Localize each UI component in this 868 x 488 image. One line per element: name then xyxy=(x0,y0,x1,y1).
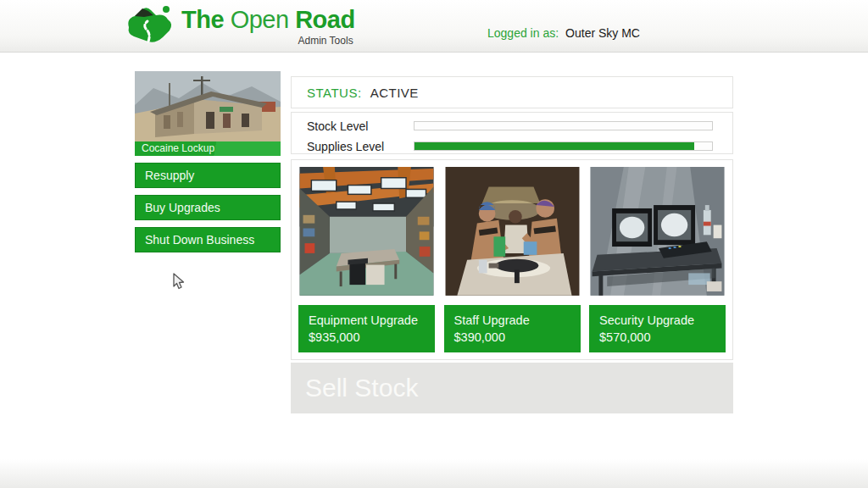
staff-upgrade-price: $390,000 xyxy=(454,329,581,346)
supplies-level-fill xyxy=(415,142,694,150)
supplies-level-label: Supplies Level xyxy=(307,140,384,153)
business-thumbnail[interactable]: Cocaine Lockup xyxy=(135,71,281,156)
logo-subtitle: Admin Tools xyxy=(181,35,355,47)
equipment-upgrade-price: $935,000 xyxy=(309,329,435,346)
business-detail-panel: STATUS: ACTIVE Stock Level Supplies Leve… xyxy=(291,76,733,413)
logo-title: The Open Road xyxy=(181,5,355,34)
mountain-road-logo-icon xyxy=(125,5,175,46)
equipment-room-photo xyxy=(298,167,435,296)
status-value: ACTIVE xyxy=(370,86,419,100)
open-road-admin-page: The Open Road Admin Tools Logged in as:O… xyxy=(0,0,868,488)
login-info: Logged in as:Outer Sky MC xyxy=(487,26,640,40)
stock-level-label: Stock Level xyxy=(307,119,368,133)
stock-level-row: Stock Level xyxy=(307,119,732,133)
business-sidebar: Cocaine Lockup Resupply Buy Upgrades Shu… xyxy=(135,71,281,252)
logo-word-road: Road xyxy=(295,6,355,33)
equipment-upgrade-card: Equipment Upgrade $935,000 xyxy=(298,167,435,352)
cocaine-lockup-photo xyxy=(135,71,281,141)
logo-word-the: The xyxy=(181,6,224,33)
supplies-level-row: Supplies Level xyxy=(307,139,732,153)
status-panel: STATUS: ACTIVE xyxy=(291,76,733,108)
equipment-upgrade-name: Equipment Upgrade xyxy=(309,312,435,329)
sell-stock-button[interactable]: Sell Stock xyxy=(291,363,733,413)
shut-down-business-button[interactable]: Shut Down Business xyxy=(135,227,281,252)
status-label: STATUS: xyxy=(307,86,362,100)
equipment-upgrade-button[interactable]: Equipment Upgrade $935,000 xyxy=(298,305,435,352)
upgrade-cards-panel: Equipment Upgrade $935,000 xyxy=(291,159,733,360)
page-bottom-fade xyxy=(0,459,868,488)
logged-in-as-label: Logged in as: xyxy=(487,26,559,40)
business-name-label: Cocaine Lockup xyxy=(135,141,281,156)
staff-upgrade-button[interactable]: Staff Upgrade $390,000 xyxy=(444,305,581,352)
buy-upgrades-button[interactable]: Buy Upgrades xyxy=(135,195,281,220)
mouse-cursor xyxy=(173,273,186,291)
security-upgrade-name: Security Upgrade xyxy=(599,312,726,329)
staff-production-photo xyxy=(444,167,581,296)
stock-level-bar xyxy=(414,121,713,130)
resupply-button[interactable]: Resupply xyxy=(135,163,281,188)
staff-upgrade-name: Staff Upgrade xyxy=(454,312,581,329)
supplies-level-bar xyxy=(414,141,713,151)
security-upgrade-button[interactable]: Security Upgrade $570,000 xyxy=(589,305,726,352)
logged-in-user: Outer Sky MC xyxy=(565,26,640,40)
logo-text: The Open Road Admin Tools xyxy=(181,5,355,47)
staff-upgrade-card: Staff Upgrade $390,000 xyxy=(444,167,581,352)
security-monitors-photo xyxy=(589,167,726,296)
site-header: The Open Road Admin Tools Logged in as:O… xyxy=(0,0,868,53)
security-upgrade-price: $570,000 xyxy=(599,329,726,346)
security-upgrade-card: Security Upgrade $570,000 xyxy=(589,167,726,352)
open-road-logo[interactable]: The Open Road Admin Tools xyxy=(125,5,355,47)
levels-panel: Stock Level Supplies Level xyxy=(291,112,733,154)
logo-word-open: Open xyxy=(231,6,289,33)
